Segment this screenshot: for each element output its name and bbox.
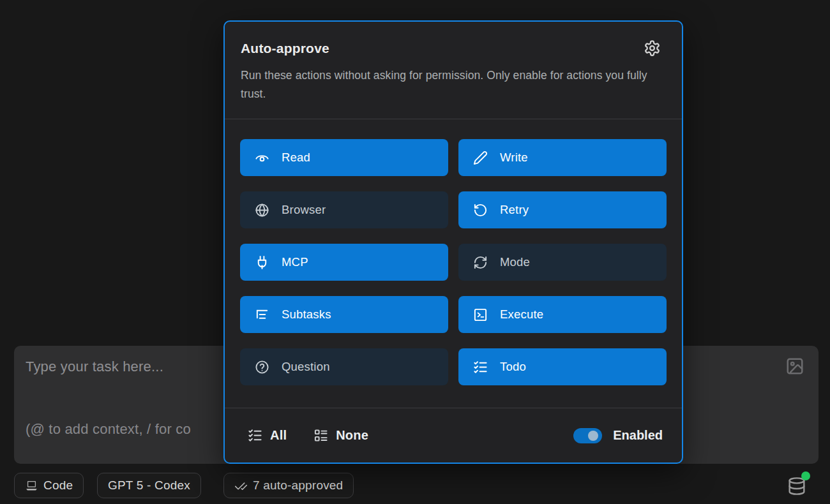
select-none-button[interactable]: None [313, 428, 368, 443]
mode-selector-button[interactable]: Code [14, 473, 84, 498]
modal-description: Run these actions without asking for per… [241, 66, 659, 103]
gear-icon [644, 40, 661, 57]
task-input-hint: (@ to add context, / for co [26, 421, 191, 438]
action-tile-read[interactable]: Read [240, 139, 448, 176]
checklist-icon [473, 360, 488, 374]
image-icon [785, 357, 804, 376]
action-tile-browser[interactable]: Browser [240, 191, 448, 228]
action-tile-todo[interactable]: Todo [458, 348, 667, 385]
enabled-toggle[interactable] [573, 428, 602, 443]
checklist-icon [248, 428, 262, 443]
auto-approved-count-button[interactable]: 7 auto-approved [223, 473, 354, 498]
terminal-icon [473, 308, 488, 322]
action-tile-write[interactable]: Write [458, 139, 667, 176]
rotate-ccw-icon [473, 203, 488, 218]
action-tile-mcp[interactable]: MCP [240, 244, 448, 281]
online-status-dot [801, 471, 810, 480]
task-input-placeholder: Type your task here... [26, 359, 163, 375]
model-selector-button[interactable]: GPT 5 - Codex [97, 473, 201, 498]
settings-button[interactable] [644, 40, 661, 57]
auto-approved-label: 7 auto-approved [253, 478, 343, 493]
plug-icon [255, 255, 269, 270]
database-status-button[interactable] [787, 475, 808, 498]
attach-image-button[interactable] [785, 357, 804, 376]
select-all-button[interactable]: All [248, 428, 287, 443]
mode-selector-label: Code [43, 478, 73, 493]
action-tile-mode[interactable]: Mode [458, 244, 667, 281]
layout-list-icon [313, 428, 328, 443]
action-tile-question[interactable]: Question [240, 348, 448, 385]
question-icon [255, 360, 269, 374]
select-all-label: All [270, 428, 287, 443]
modal-header: Auto-approve Run these actions without a… [225, 22, 682, 119]
modal-footer: All None Enabled [225, 408, 682, 463]
select-none-label: None [336, 428, 368, 443]
action-tile-retry[interactable]: Retry [458, 191, 667, 228]
laptop-icon [25, 479, 38, 493]
action-tile-subtasks[interactable]: Subtasks [240, 296, 448, 333]
modal-title: Auto-approve [241, 41, 329, 56]
globe-icon [255, 203, 269, 218]
auto-approve-modal: Auto-approve Run these actions without a… [223, 20, 683, 464]
pencil-icon [473, 151, 488, 165]
enabled-label: Enabled [613, 428, 663, 443]
double-check-icon [234, 479, 248, 493]
model-selector-label: GPT 5 - Codex [108, 478, 190, 493]
sync-icon [473, 255, 488, 270]
eye-icon [255, 151, 269, 165]
toggle-knob [588, 431, 598, 441]
auto-approve-grid: Read Write Browser Retry MCP Mode Subtas… [240, 139, 667, 385]
list-tree-icon [255, 308, 269, 322]
action-tile-execute[interactable]: Execute [458, 296, 667, 333]
